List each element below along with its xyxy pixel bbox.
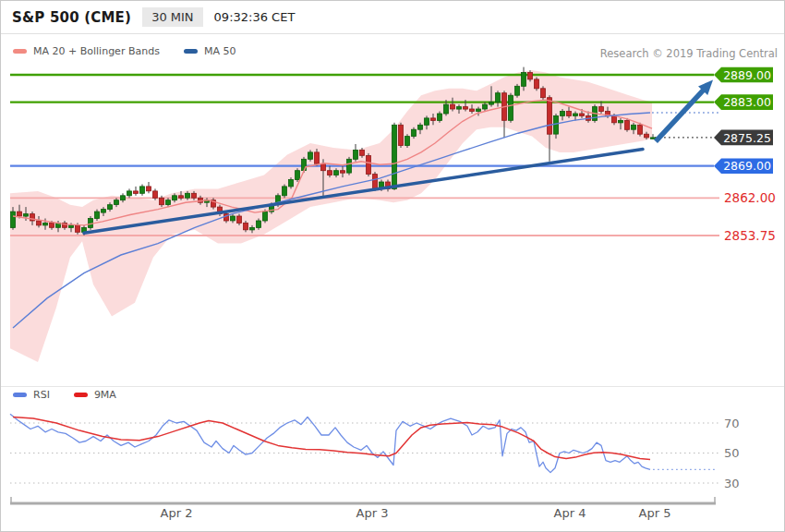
ma50-label: MA 50 (204, 45, 236, 57)
header: S&P 500 (CME) 30 MIN 09:32:36 CET (1, 1, 784, 34)
price-labels: 2889.002883.002875.252869.002862.002853.… (714, 67, 776, 243)
rsi-tick-30: 30 (724, 477, 740, 490)
legend-item-rsi: RSI (13, 389, 50, 401)
symbol-title: S&P 500 (CME) (12, 9, 131, 26)
timeframe-badge: 30 MIN (142, 7, 202, 27)
rsi-label: RSI (33, 389, 50, 401)
price-badge-text-2869.00: 2869.00 (723, 159, 771, 173)
x-axis-label-apr-4: Apr 4 (554, 506, 586, 520)
rsi-tick-70: 70 (724, 417, 740, 430)
legend-item-ma50: MA 50 (184, 45, 236, 57)
legend-rsi: RSI 9MA (13, 389, 140, 401)
panel-separator (1, 386, 784, 387)
rsi-tick-50: 50 (724, 446, 740, 460)
price-badge-text-2875.25: 2875.25 (723, 131, 771, 145)
main-chart-canvas: 2889.002883.002875.252869.002862.002853.… (1, 1, 785, 532)
x-axis-label-apr-5: Apr 5 (639, 506, 671, 520)
clock-time: 09:32:36 CET (214, 10, 296, 24)
x-axis: Apr 2Apr 3Apr 4Apr 5 (10, 497, 716, 520)
ma50-swatch-icon (184, 49, 198, 54)
ma20-bollinger-swatch-icon (13, 49, 27, 54)
research-credit: Research © 2019 Trading Central (600, 47, 778, 60)
price-badge-text-2889.00: 2889.00 (723, 68, 771, 82)
legend-item-9ma: 9MA (74, 389, 116, 401)
x-axis-label-apr-3: Apr 3 (356, 506, 389, 520)
price-text-2862.00: 2862.00 (724, 190, 776, 205)
nine-ma-swatch-icon (74, 393, 88, 397)
forecast-arrow (656, 79, 713, 141)
price-text-2853.75: 2853.75 (724, 228, 776, 243)
price-badge-text-2883.00: 2883.00 (723, 95, 771, 109)
legend-main: MA 20 + Bollinger Bands MA 50 (13, 45, 260, 57)
nine-ma-label: 9MA (94, 389, 116, 401)
trading-central-chart-page: 2889.002883.002875.252869.002862.002853.… (0, 0, 785, 532)
rsi-swatch-icon (13, 393, 27, 397)
legend-item-ma20-bollinger: MA 20 + Bollinger Bands (13, 45, 160, 57)
x-axis-label-apr-2: Apr 2 (161, 506, 193, 520)
rsi-panel: 705030 (10, 414, 740, 490)
ma20-bollinger-label: MA 20 + Bollinger Bands (33, 45, 160, 57)
